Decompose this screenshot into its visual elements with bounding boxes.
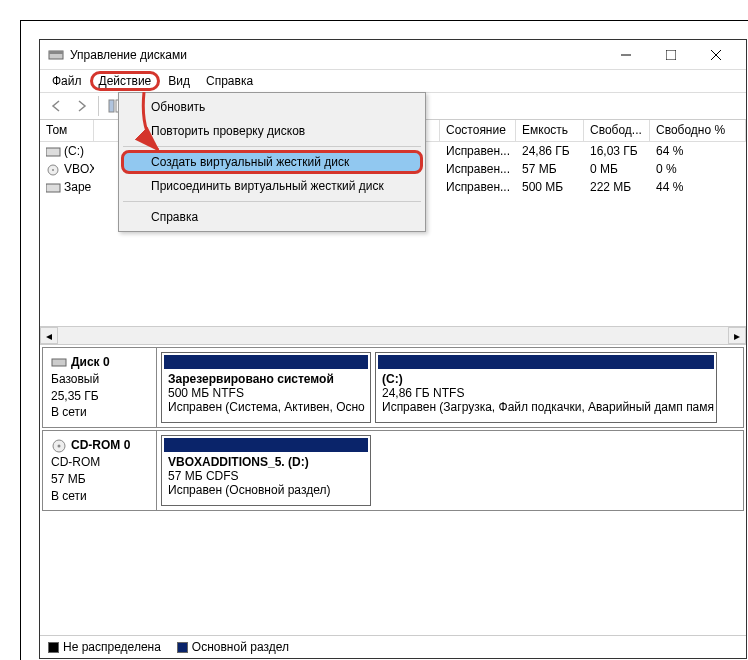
- close-button[interactable]: [693, 40, 738, 69]
- partition[interactable]: (C:) 24,86 ГБ NTFS Исправен (Загрузка, Ф…: [375, 352, 717, 423]
- menu-file[interactable]: Файл: [44, 72, 90, 90]
- cdrom-icon: [51, 438, 67, 454]
- legend-unallocated: Не распределена: [48, 640, 161, 654]
- window-title: Управление дисками: [70, 48, 603, 62]
- partition-bar: [378, 355, 714, 369]
- maximize-button[interactable]: [648, 40, 693, 69]
- menu-attach-vhd[interactable]: Присоединить виртуальный жесткий диск: [121, 174, 423, 198]
- menu-rescan[interactable]: Повторить проверку дисков: [121, 119, 423, 143]
- vol-label: (C:): [64, 144, 84, 158]
- menu-action[interactable]: Действие: [90, 71, 161, 91]
- col-status[interactable]: Состояние: [440, 120, 516, 141]
- disk-row[interactable]: CD-ROM 0 CD-ROM 57 МБ В сети VBOXADDITIO…: [42, 430, 744, 511]
- app-icon: [48, 47, 64, 63]
- back-button[interactable]: [44, 94, 68, 118]
- disk-icon: [51, 354, 67, 370]
- menu-help-item[interactable]: Справка: [121, 205, 423, 229]
- scroll-left-button[interactable]: ◂: [40, 327, 58, 344]
- titlebar[interactable]: Управление дисками: [40, 40, 746, 70]
- legend-square-blue: [177, 642, 188, 653]
- legend-square-black: [48, 642, 59, 653]
- svg-rect-8: [46, 148, 60, 156]
- menu-separator: [123, 201, 421, 202]
- disk-partitions: Зарезервировано системой 500 МБ NTFS Исп…: [157, 348, 743, 427]
- svg-rect-12: [52, 359, 66, 366]
- legend-primary: Основной раздел: [177, 640, 289, 654]
- disk-management-window: Управление дисками Файл Действие Вид Спр…: [39, 39, 747, 659]
- legend: Не распределена Основной раздел: [40, 635, 746, 658]
- col-volume[interactable]: Том: [40, 120, 94, 141]
- horizontal-scrollbar[interactable]: ◂ ▸: [40, 326, 746, 344]
- disk-row[interactable]: Диск 0 Базовый 25,35 ГБ В сети Зарезерви…: [42, 347, 744, 428]
- disk-partitions: VBOXADDITIONS_5. (D:) 57 МБ CDFS Исправе…: [157, 431, 743, 510]
- menu-view[interactable]: Вид: [160, 72, 198, 90]
- vol-label: VBOX: [64, 162, 94, 176]
- menu-create-vhd[interactable]: Создать виртуальный жесткий диск: [121, 150, 423, 174]
- menu-refresh[interactable]: Обновить: [121, 95, 423, 119]
- scroll-track[interactable]: [58, 327, 728, 344]
- menu-separator: [123, 146, 421, 147]
- menu-help[interactable]: Справка: [198, 72, 261, 90]
- vol-label: Заре: [64, 180, 91, 194]
- disc-icon: [46, 164, 62, 176]
- partition[interactable]: Зарезервировано системой 500 МБ NTFS Исп…: [161, 352, 371, 423]
- menubar: Файл Действие Вид Справка Обновить Повто…: [40, 70, 746, 92]
- partition-bar: [164, 355, 368, 369]
- volume-icon: [46, 146, 62, 158]
- partition-bar: [164, 438, 368, 452]
- col-free[interactable]: Свобод...: [584, 120, 650, 141]
- action-dropdown: Обновить Повторить проверку дисков Созда…: [118, 92, 426, 232]
- minimize-button[interactable]: [603, 40, 648, 69]
- disk-label-area: CD-ROM 0 CD-ROM 57 МБ В сети: [43, 431, 157, 510]
- svg-rect-11: [46, 184, 60, 192]
- toolbar-separator: [98, 96, 99, 116]
- disk-map-pane: Диск 0 Базовый 25,35 ГБ В сети Зарезерви…: [40, 345, 746, 635]
- svg-point-14: [58, 444, 61, 447]
- svg-point-10: [52, 169, 54, 171]
- col-capacity[interactable]: Емкость: [516, 120, 584, 141]
- col-freepct[interactable]: Свободно %: [650, 120, 746, 141]
- disk-label-area: Диск 0 Базовый 25,35 ГБ В сети: [43, 348, 157, 427]
- svg-rect-6: [109, 100, 114, 112]
- scroll-right-button[interactable]: ▸: [728, 327, 746, 344]
- svg-rect-3: [666, 50, 676, 60]
- forward-button[interactable]: [70, 94, 94, 118]
- svg-rect-1: [49, 51, 63, 54]
- partition[interactable]: VBOXADDITIONS_5. (D:) 57 МБ CDFS Исправе…: [161, 435, 371, 506]
- volume-icon: [46, 182, 62, 194]
